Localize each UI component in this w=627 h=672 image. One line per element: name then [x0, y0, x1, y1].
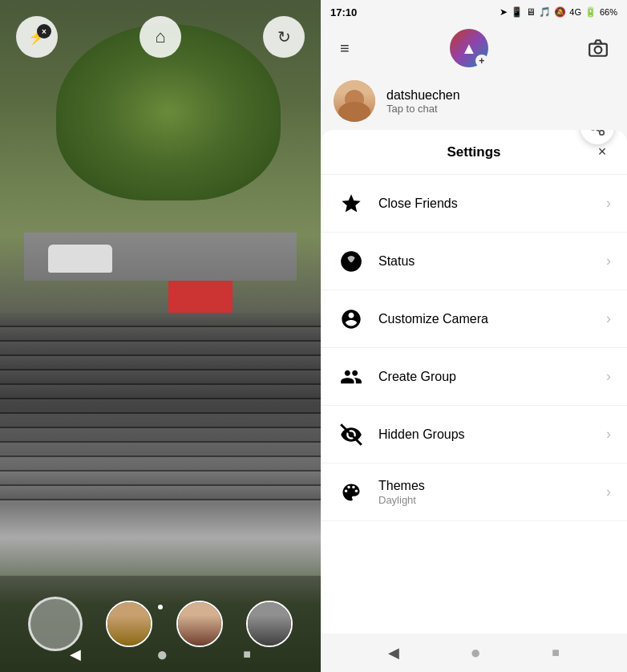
create-group-text: Create Group: [378, 370, 606, 384]
menu-button[interactable]: ≡: [334, 33, 356, 64]
mute-icon: 🔕: [554, 6, 566, 18]
contact-subtitle: Tap to chat: [386, 103, 460, 115]
screenshot-icon: 📱: [511, 6, 523, 18]
close-friends-text: Close Friends: [378, 196, 606, 211]
device-nav: ◀ ● ■: [0, 643, 321, 666]
contact-row[interactable]: datshuechen Tap to chat: [321, 72, 627, 130]
create-group-chevron: ›: [606, 368, 611, 385]
settings-header: Settings ×: [321, 130, 627, 175]
signal-label: 4G: [569, 7, 581, 17]
hidden-groups-icon: [337, 420, 366, 449]
settings-item-close-friends[interactable]: Close Friends ›: [321, 175, 627, 233]
battery-level: 66%: [600, 7, 617, 17]
themes-sublabel: Daylight: [378, 494, 606, 506]
contact-avatar: [334, 80, 375, 122]
customize-camera-icon: [337, 305, 366, 334]
navigation-icon: ➤: [500, 6, 508, 18]
logo-plus-icon: +: [475, 55, 488, 67]
settings-item-customize-camera[interactable]: Customize Camera ›: [321, 290, 627, 348]
settings-item-create-group[interactable]: Create Group ›: [321, 348, 627, 406]
contact-thumb-3: [248, 602, 291, 646]
contact-thumb-1: [107, 602, 151, 646]
themes-icon: [337, 478, 366, 507]
hidden-groups-text: Hidden Groups: [378, 427, 606, 442]
flash-button[interactable]: ⚡ ×: [16, 16, 58, 58]
top-bar: ≡ ▲ +: [321, 24, 627, 72]
recents-nav-button[interactable]: ■: [552, 646, 560, 660]
contact-thumb-2: [178, 602, 221, 646]
status-label: Status: [378, 254, 606, 269]
customize-camera-text: Customize Camera: [378, 312, 606, 326]
nav-dot: [158, 605, 163, 609]
status-time: 17:10: [330, 6, 357, 18]
media-icon: 🎵: [539, 6, 551, 18]
status-text: Status: [378, 254, 606, 269]
camera-panel: ⚡ × ⌂ ↻ ◀ ● ■: [0, 0, 321, 672]
thumb-2[interactable]: [176, 601, 223, 647]
flip-icon: ↻: [277, 27, 291, 47]
car: [48, 245, 112, 273]
customize-camera-chevron: ›: [606, 310, 611, 327]
thumb-1[interactable]: [106, 601, 152, 647]
close-friends-label: Close Friends: [378, 196, 606, 211]
close-friends-icon: [337, 189, 366, 218]
settings-items-list: Close Friends › Status ›: [321, 175, 627, 634]
themes-label: Themes: [378, 479, 606, 493]
home-nav-button[interactable]: ●: [471, 642, 481, 663]
logo-arrow-icon: ▲: [461, 39, 477, 58]
camera-scene: [24, 24, 297, 313]
close-icon: ×: [598, 144, 607, 160]
settings-item-status[interactable]: Status ›: [321, 233, 627, 290]
status-bar: 17:10 ➤ 📱 🖥 🎵 🔕 4G 🔋 66%: [321, 0, 627, 24]
hamburger-icon: ≡: [340, 39, 350, 57]
flip-camera-button[interactable]: ↻: [263, 16, 305, 58]
contact-name: datshuechen: [386, 88, 460, 103]
settings-title: Settings: [447, 144, 500, 160]
hidden-groups-label: Hidden Groups: [378, 427, 606, 442]
status-icon: [337, 247, 366, 276]
home-button[interactable]: ⌂: [140, 16, 181, 58]
recents-button[interactable]: ■: [243, 647, 251, 662]
thumb-3[interactable]: [246, 601, 293, 647]
close-friends-chevron: ›: [606, 195, 611, 212]
themes-chevron: ›: [606, 484, 611, 500]
back-nav-button[interactable]: ◀: [388, 644, 399, 662]
customize-camera-label: Customize Camera: [378, 312, 606, 326]
settings-item-themes[interactable]: Themes Daylight ›: [321, 464, 627, 521]
bottom-nav: ◀ ● ■: [321, 634, 627, 672]
app-panel: 17:10 ➤ 📱 🖥 🎵 🔕 4G 🔋 66% ≡ ▲ +: [321, 0, 627, 672]
settings-close-button[interactable]: ×: [590, 140, 614, 164]
home-button-nav[interactable]: ●: [156, 643, 168, 666]
themes-text: Themes Daylight: [378, 479, 606, 506]
status-icons: ➤ 📱 🖥 🎵 🔕 4G 🔋 66%: [500, 6, 617, 18]
status-chevron: ›: [606, 253, 611, 269]
camera-icon: [588, 38, 609, 59]
home-icon: ⌂: [155, 26, 165, 47]
battery-icon: 🔋: [585, 6, 597, 18]
hidden-groups-chevron: ›: [606, 426, 611, 443]
flash-close-icon: ×: [37, 24, 51, 38]
settings-item-hidden-groups[interactable]: Hidden Groups ›: [321, 406, 627, 464]
svg-point-1: [595, 47, 602, 54]
create-group-icon: [337, 362, 366, 391]
camera-button[interactable]: [582, 32, 614, 64]
window-blinds: [0, 313, 321, 521]
create-group-label: Create Group: [378, 370, 606, 384]
back-button[interactable]: ◀: [70, 646, 81, 663]
contact-info: datshuechen Tap to chat: [386, 88, 460, 115]
settings-sheet: Settings × Close Friends ›: [321, 130, 627, 672]
cast-icon: 🖥: [526, 6, 536, 18]
app-logo[interactable]: ▲ +: [450, 29, 488, 67]
